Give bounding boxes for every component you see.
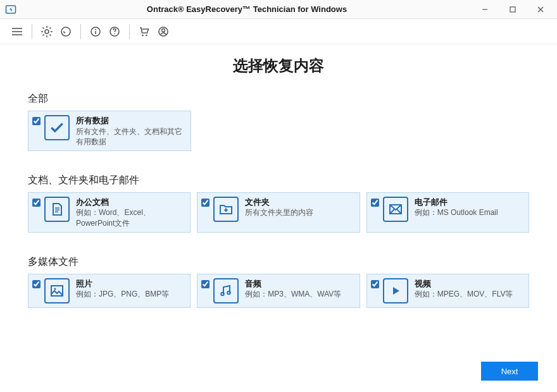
svg-point-16 bbox=[146, 34, 147, 36]
svg-point-15 bbox=[142, 34, 144, 36]
svg-point-25 bbox=[222, 293, 225, 296]
section-label-docs: 文档、文件夹和电子邮件 bbox=[28, 174, 529, 187]
card-email[interactable]: 电子邮件 例如：MS Outlook Email bbox=[366, 192, 529, 233]
checkbox-video[interactable] bbox=[371, 280, 379, 288]
folder-icon bbox=[213, 197, 239, 222]
window-controls bbox=[473, 1, 552, 18]
card-desc: 例如：Word、Excel、PowerPoint文件 bbox=[76, 207, 186, 228]
gear-icon[interactable] bbox=[39, 23, 55, 40]
close-button[interactable] bbox=[529, 1, 552, 18]
card-desc: 例如：MS Outlook Email bbox=[415, 207, 525, 217]
checkbox-office[interactable] bbox=[32, 199, 41, 207]
card-desc: 例如：MPEG、MOV、FLV等 bbox=[415, 289, 525, 299]
card-title: 办公文档 bbox=[76, 197, 186, 208]
checkbox-audio[interactable] bbox=[201, 280, 210, 288]
card-title: 音频 bbox=[245, 278, 355, 290]
checkbox-photos[interactable] bbox=[32, 280, 41, 288]
toolbar-divider bbox=[32, 24, 32, 39]
svg-point-9 bbox=[61, 27, 70, 36]
card-all-data[interactable]: 所有数据 所有文件、文件夹、文档和其它有用数据 bbox=[28, 111, 191, 151]
email-icon bbox=[383, 197, 408, 222]
checkmark-icon bbox=[44, 115, 70, 140]
section-label-all: 全部 bbox=[28, 92, 529, 106]
checkbox-all-data[interactable] bbox=[32, 117, 41, 125]
main-content: 选择恢复内容 全部 所有数据 所有文件、文件夹、文档和其它有用数据 文档、文件夹… bbox=[0, 44, 557, 308]
toolbar bbox=[0, 19, 557, 44]
page-title: 选择恢复内容 bbox=[28, 56, 529, 76]
checkbox-email[interactable] bbox=[371, 199, 379, 207]
svg-point-8 bbox=[45, 30, 49, 34]
svg-point-26 bbox=[228, 291, 231, 295]
checkbox-folders[interactable] bbox=[201, 199, 210, 207]
menu-icon[interactable] bbox=[9, 23, 25, 40]
cart-icon[interactable] bbox=[136, 23, 153, 40]
card-desc: 例如：JPG、PNG、BMP等 bbox=[76, 289, 186, 299]
history-icon[interactable] bbox=[58, 23, 74, 40]
card-audio[interactable]: 音频 例如：MP3、WMA、WAV等 bbox=[197, 274, 360, 308]
card-desc: 所有文件夹里的内容 bbox=[245, 207, 355, 217]
section-label-media: 多媒体文件 bbox=[28, 255, 529, 269]
document-icon bbox=[44, 197, 70, 222]
window-title: Ontrack® EasyRecovery™ Technician for Wi… bbox=[20, 4, 473, 14]
toolbar-divider bbox=[129, 24, 130, 39]
help-icon[interactable] bbox=[106, 23, 123, 40]
svg-point-24 bbox=[54, 288, 56, 290]
card-title: 视频 bbox=[415, 278, 525, 290]
app-icon bbox=[5, 4, 16, 15]
user-icon[interactable] bbox=[155, 23, 172, 40]
next-button[interactable]: Next bbox=[481, 362, 538, 381]
card-office[interactable]: 办公文档 例如：Word、Excel、PowerPoint文件 bbox=[28, 192, 191, 233]
info-icon[interactable] bbox=[87, 23, 104, 40]
svg-point-14 bbox=[114, 33, 115, 34]
card-desc: 所有文件、文件夹、文档和其它有用数据 bbox=[76, 126, 187, 147]
toolbar-divider bbox=[80, 24, 81, 39]
footer: Next bbox=[481, 362, 538, 381]
minimize-button[interactable] bbox=[473, 1, 496, 18]
maximize-button[interactable] bbox=[501, 1, 524, 18]
svg-point-18 bbox=[162, 28, 165, 32]
svg-point-11 bbox=[95, 28, 96, 30]
card-video[interactable]: 视频 例如：MPEG、MOV、FLV等 bbox=[366, 274, 529, 308]
photo-icon bbox=[44, 278, 70, 303]
card-folders[interactable]: 文件夹 所有文件夹里的内容 bbox=[197, 192, 360, 233]
video-icon bbox=[383, 278, 408, 303]
audio-icon bbox=[213, 278, 239, 303]
card-title: 文件夹 bbox=[245, 197, 355, 208]
card-title: 电子邮件 bbox=[415, 197, 525, 208]
titlebar: Ontrack® EasyRecovery™ Technician for Wi… bbox=[0, 0, 557, 19]
card-desc: 例如：MP3、WMA、WAV等 bbox=[245, 289, 355, 299]
svg-rect-2 bbox=[510, 7, 515, 12]
card-photos[interactable]: 照片 例如：JPG、PNG、BMP等 bbox=[28, 274, 191, 308]
card-title: 所有数据 bbox=[76, 115, 187, 126]
card-title: 照片 bbox=[76, 278, 186, 290]
